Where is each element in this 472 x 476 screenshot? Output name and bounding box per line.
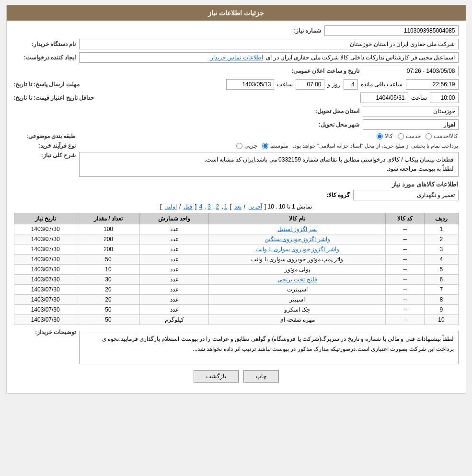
category-kala: کالا bbox=[377, 133, 393, 139]
pagination-prev[interactable]: قبل bbox=[184, 203, 193, 210]
cell-code: -- bbox=[385, 255, 424, 265]
process-jozi-radio[interactable] bbox=[236, 143, 242, 149]
cell-unit: عدد bbox=[140, 265, 209, 275]
pagination-page3[interactable]: 3 bbox=[207, 203, 211, 210]
process-label: نوع فرآیند خرید: bbox=[14, 142, 76, 149]
main-container: جزئیات اطلاعات نیاز 1103093985004085 شما… bbox=[6, 5, 466, 394]
buyer-notes-row: لطفاً پیشنهادات فنی و مالی با شماره و تا… bbox=[14, 329, 459, 364]
th-code: کد کالا bbox=[385, 213, 424, 224]
table-row: 1 -- سر اگزوز استیل عدد 100 1403/07/30 bbox=[14, 224, 458, 234]
send-deadline-date-time: 22:56:19 ساعت باقی مانده 4 روز و 07:00 س… bbox=[82, 79, 459, 90]
cell-code: -- bbox=[385, 265, 424, 275]
cell-row: 2 bbox=[425, 234, 458, 244]
cell-name: سر اگزوز استیل bbox=[209, 224, 385, 234]
category-kala-khidmat-radio[interactable] bbox=[426, 133, 432, 139]
cell-date: 1403/07/30 bbox=[14, 234, 77, 244]
cell-unit: عدد bbox=[140, 234, 209, 244]
announcement-date-value: 1403/05/08 - 07:26 bbox=[363, 66, 459, 76]
th-qty: تعداد / مقدار bbox=[77, 213, 139, 224]
buyer-notes-label: توضیحات خریدار: bbox=[14, 329, 76, 336]
send-days-value: 4 bbox=[344, 79, 358, 90]
cell-unit: عدد bbox=[140, 305, 209, 315]
pagination-bracket2: [ bbox=[195, 203, 196, 210]
page-title: جزئیات اطلاعات نیاز bbox=[208, 9, 264, 17]
cell-unit: عدد bbox=[140, 255, 209, 265]
process-motavasset-radio[interactable] bbox=[262, 143, 268, 149]
table-row: 8 -- اسپینر عدد 20 1403/07/30 bbox=[14, 295, 458, 305]
cell-date: 1403/07/30 bbox=[14, 285, 77, 295]
table-row: 7 -- اسپینرت عدد 20 1403/07/30 bbox=[14, 285, 458, 295]
category-khidmat-radio[interactable] bbox=[398, 133, 404, 139]
back-button[interactable]: بازگشت bbox=[194, 370, 239, 383]
need-number-value: 1103093985004085 bbox=[324, 25, 459, 36]
pagination-page4[interactable]: 4 bbox=[199, 203, 203, 210]
cell-name: جک اسکرو bbox=[209, 305, 385, 315]
table-row: 2 -- واشر اگزوز خودروی سنگین عدد 200 140… bbox=[14, 234, 458, 244]
table-row: 5 -- پولی موتور عدد 10 1403/07/30 bbox=[14, 265, 458, 275]
send-remaining-value: 22:56:19 bbox=[406, 79, 459, 90]
product-name-link[interactable]: سر اگزوز استیل bbox=[277, 226, 317, 232]
send-deadline-row: 22:56:19 ساعت باقی مانده 4 روز و 07:00 س… bbox=[14, 79, 459, 90]
table-row: 3 -- واشر اگزوز خودروی سواری با وانت عدد… bbox=[14, 244, 458, 255]
cell-qty: 100 bbox=[77, 224, 139, 234]
price-validity-date-time: 10:00 ساعت 1404/05/31 bbox=[97, 93, 458, 103]
province-row: خوزستان استان محل تحویل: bbox=[14, 106, 459, 116]
announcement-label: تاریخ و ساعت اعلان عمومی: bbox=[291, 68, 359, 74]
category-kala-radio[interactable] bbox=[377, 133, 383, 139]
goods-group-label: گروه کالا: bbox=[326, 192, 350, 198]
province-value: خوزستان bbox=[363, 106, 459, 116]
button-row: چاپ بازگشت bbox=[14, 370, 459, 383]
send-time-label: ساعت bbox=[277, 81, 293, 88]
process-options: پرداخت تمام یا بخشی از مبلغ خرید، از محل… bbox=[79, 142, 459, 149]
cell-qty: 200 bbox=[77, 234, 139, 244]
cell-date: 1403/07/30 bbox=[14, 224, 77, 234]
pagination-next[interactable]: بعد bbox=[234, 203, 242, 210]
category-kala-khidmat: کالا/خدمت bbox=[426, 133, 458, 139]
description-line2: لطفاً به پیوست مراجعه شود. bbox=[83, 164, 454, 174]
price-time-value: 10:00 bbox=[430, 93, 459, 103]
category-row: کالا/خدمت خدمت کالا طبقه بندی موضوعی: bbox=[14, 133, 459, 139]
cell-name: فلنج تخت برنجی bbox=[209, 275, 385, 285]
pagination-last[interactable]: آخرین bbox=[248, 203, 262, 210]
city-value: اهواز bbox=[363, 119, 459, 130]
price-time-label: ساعت bbox=[411, 94, 427, 101]
cell-name: اسپینر bbox=[209, 295, 385, 305]
cell-row: 1 bbox=[425, 224, 458, 234]
description-box: قطعات نیسان پیکاپ / کالای درخواستی مطابق… bbox=[79, 152, 459, 177]
cell-row: 7 bbox=[425, 285, 458, 295]
cell-name: واتر پمپ موتور خودروی سواری با وانت bbox=[209, 255, 385, 265]
category-label: طبقه بندی موضوعی: bbox=[14, 133, 76, 139]
need-number-row: 1103093985004085 شماره نیاز: bbox=[14, 25, 459, 36]
buyer-org-row: شرکت ملی حفاری ایران در استان خوزستان نا… bbox=[14, 39, 459, 49]
pagination-bracket1: ] bbox=[229, 203, 232, 210]
pagination-page2[interactable]: 2 bbox=[216, 203, 219, 210]
cell-date: 1403/07/30 bbox=[14, 305, 77, 315]
pagination-page1[interactable]: 1 bbox=[224, 203, 228, 210]
category-khidmat-label: خدمت bbox=[406, 133, 421, 139]
pagination-first[interactable]: اولین bbox=[164, 203, 177, 210]
cell-name: اسپینرت bbox=[209, 285, 385, 295]
product-name-link[interactable]: فلنج تخت برنجی bbox=[277, 276, 317, 283]
cell-qty: 50 bbox=[77, 255, 139, 265]
price-validity-label: حداقل تاریخ اعتبار قیمت: تا تاریخ: bbox=[14, 94, 94, 101]
print-button[interactable]: چاپ bbox=[243, 370, 279, 383]
category-kala-khidmat-label: کالا/خدمت bbox=[434, 133, 458, 139]
buyer-org-label: نام دستگاه خریدار: bbox=[14, 41, 76, 47]
content-area: 1103093985004085 شماره نیاز: شرکت ملی حف… bbox=[7, 21, 466, 393]
send-date-value: 1403/05/13 bbox=[226, 79, 274, 90]
creator-contact-link[interactable]: اطلاعات تماس خریدار bbox=[210, 54, 263, 61]
creator-label: ایجاد کننده درخواست: bbox=[14, 54, 76, 61]
province-label: استان محل تحویل: bbox=[298, 108, 360, 115]
send-remaining-label: ساعت باقی مانده bbox=[361, 81, 403, 88]
goods-group-value: تعمیر و نگهداری bbox=[353, 190, 459, 200]
product-name-link[interactable]: واشر اگزوز خودروی سنگین bbox=[265, 236, 330, 243]
cell-code: -- bbox=[385, 305, 424, 315]
table-row: 10 -- مهره صفحه ای کیلوگرم 50 1403/07/30 bbox=[14, 315, 458, 325]
description-label: شرح کلی نیاز: bbox=[14, 152, 76, 159]
send-deadline-label: مهلت ارسال پاسخ: تا تاریخ: bbox=[14, 81, 80, 88]
product-name-link[interactable]: واشر اگزوز خودروی سواری با وانت bbox=[255, 246, 339, 253]
cell-name: پولی موتور bbox=[209, 265, 385, 275]
cell-unit: عدد bbox=[140, 224, 209, 234]
cell-name: مهره صفحه ای bbox=[209, 315, 385, 325]
process-jozi-label: جزیی bbox=[244, 142, 257, 149]
